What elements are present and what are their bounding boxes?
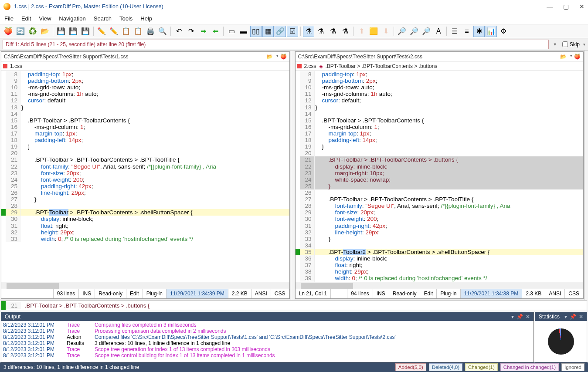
edit-left-icon[interactable]: ✏️ [96, 26, 107, 37]
sync-icon[interactable]: 🔗 [275, 26, 286, 37]
stats-icon[interactable]: 📊 [486, 26, 497, 37]
save-left-icon[interactable]: 💾 [68, 26, 79, 37]
close-panel-icon[interactable]: ✕ [526, 314, 530, 320]
find-prev-icon[interactable]: 🔎 [421, 26, 432, 37]
bookmark-icon[interactable]: 🟨 [368, 26, 379, 37]
right-hscroll[interactable] [296, 282, 584, 289]
code-row[interactable]: 28 [1, 203, 289, 209]
preview-icon[interactable]: 🔍 [157, 26, 168, 37]
code-row[interactable]: 18 padding-left: 14px; [1, 137, 289, 143]
left-minimap[interactable] [291, 51, 294, 300]
menu-search[interactable]: Search [94, 15, 112, 22]
code-row[interactable]: 12 cursor: default; [296, 97, 584, 104]
reload-icon[interactable]: ♻️ [27, 26, 38, 37]
undo-icon[interactable]: ↶ [173, 26, 184, 37]
up-icon[interactable]: ⬆ [356, 26, 367, 37]
skip-check-input[interactable] [562, 41, 568, 47]
tag-added[interactable]: Added(5,0) [395, 363, 426, 371]
close-panel-icon[interactable]: ✕ [579, 314, 583, 320]
code-row[interactable]: 31 padding-right: 42px; [296, 223, 584, 229]
tag-changed[interactable]: Changed(1) [465, 363, 498, 371]
code-row[interactable]: 11 -ms-grid-columns: 1fr auto; [296, 91, 584, 97]
code-row[interactable]: 21 .BPT-Toolbar > .BPT-ToolbarContents >… [1, 156, 289, 163]
code-row[interactable]: 13} [296, 104, 584, 111]
code-row[interactable]: 14 [1, 111, 289, 117]
settings-icon[interactable]: ⚙ [498, 26, 509, 37]
code-row[interactable]: 35 .BPT-Toolbar2 > .BPT-ToolbarContents … [296, 249, 584, 255]
code-row[interactable]: 31 float: right; [1, 223, 289, 229]
code-row[interactable]: 21 .BPT-Toolbar > .BPT-ToolbarContents >… [296, 156, 584, 163]
copy-right-icon[interactable]: 📋 [133, 26, 144, 37]
code-row[interactable]: 26 [296, 189, 584, 196]
code-row[interactable]: 32 height: 29px; [1, 229, 289, 236]
compare-icon[interactable]: 🍑 [280, 54, 287, 60]
list-icon[interactable]: ☰ [449, 26, 460, 37]
single-icon[interactable]: ▭ [226, 26, 237, 37]
diff-dropdown-icon[interactable]: ▼ [553, 42, 557, 47]
minimize-icon[interactable]: — [547, 3, 553, 10]
filter2-icon[interactable]: ⚗ [315, 26, 326, 37]
code-row[interactable]: 33 } [296, 236, 584, 242]
code-row[interactable]: 9 padding-bottom: 2px; [1, 78, 289, 84]
menu-file[interactable]: File [4, 15, 14, 22]
grid-icon[interactable]: ▦ [262, 26, 274, 37]
dropdown-icon[interactable]: ▾ [511, 314, 514, 320]
code-row[interactable]: 23 margin-right: 10px; [296, 170, 584, 176]
code-row[interactable]: 12 cursor: default; [1, 97, 289, 104]
code-row[interactable]: 32 line-height: 29px; [296, 229, 584, 236]
code-row[interactable]: 19 } [1, 143, 289, 150]
left-hscroll[interactable] [1, 282, 289, 289]
wrap-icon[interactable]: ☑ [287, 26, 298, 37]
tag-changed-in[interactable]: Changed in changed(1) [500, 363, 559, 371]
code-row[interactable]: 9 padding-bottom: 2px; [296, 78, 584, 84]
breadcrumb[interactable]: .BPT-Toolbar > .BPT-ToolbarContents > .b… [326, 63, 438, 69]
left-tab[interactable]: 1.css [10, 63, 22, 69]
dropdown-icon[interactable]: ▾ [564, 314, 567, 320]
code-row[interactable]: 37 float: right; [296, 262, 584, 268]
split-v-icon[interactable]: ▯▯ [250, 26, 262, 37]
code-row[interactable]: 26 line-height: 29px; [1, 189, 289, 196]
code-row[interactable]: 22 font-family: "Segoe UI", Arial, sans-… [1, 163, 289, 170]
find-icon[interactable]: 🔎 [396, 26, 408, 37]
menu-help[interactable]: Help [140, 15, 152, 22]
right-tab[interactable]: 2.css [304, 63, 316, 69]
code-row[interactable]: 27 .BPT-Toolbar > .BPT-ToolbarContents >… [296, 196, 584, 203]
compare-icon[interactable]: 🍑 [3, 26, 14, 37]
save-right-icon[interactable]: 💾 [80, 26, 91, 37]
code-row[interactable]: 38 height: 29px; [296, 268, 584, 275]
code-row[interactable]: 29 .BPT-Toolbar > .BPT-ToolbarContents >… [1, 209, 289, 216]
code-row[interactable]: 13} [1, 104, 289, 111]
code-row[interactable]: 8 padding-top: 1px; [296, 71, 584, 78]
down-icon[interactable]: ⬇ [380, 26, 391, 37]
menu-view[interactable]: View [39, 15, 51, 22]
plugin-icon[interactable]: ✱ [473, 26, 485, 37]
tag-deleted[interactable]: Deleted(4,0) [429, 363, 462, 371]
tag-ignored[interactable]: Ignored [561, 363, 585, 371]
filter4-icon[interactable]: ⚗ [340, 26, 351, 37]
prev-icon[interactable]: ⬅ [210, 26, 221, 37]
lines-icon[interactable]: ≡ [461, 26, 472, 37]
maximize-icon[interactable]: ▢ [563, 3, 569, 10]
skip-checkbox[interactable]: Skip ▾ [562, 41, 585, 47]
menu-edit[interactable]: Edit [21, 15, 31, 22]
code-row[interactable]: 11 -ms-grid-columns: 1fr auto; [1, 91, 289, 97]
left-code[interactable]: 8 padding-top: 1px;9 padding-bottom: 2px… [1, 71, 289, 282]
code-row[interactable]: 14 [296, 111, 584, 117]
filter3-icon[interactable]: ⚗ [327, 26, 339, 37]
right-minimap[interactable] [585, 51, 588, 300]
code-row[interactable]: 30 display: inline-block; [1, 216, 289, 222]
code-row[interactable]: 39 width: 0; /* 0 is replaced during 'ho… [296, 275, 584, 281]
code-row[interactable]: 25 padding-right: 42px; [1, 183, 289, 189]
code-row[interactable]: 15 .BPT-Toolbar > .BPT-ToolbarContents { [296, 117, 584, 124]
font-icon[interactable]: A [433, 26, 444, 37]
code-row[interactable]: 29 font-size: 20px; [296, 209, 584, 216]
code-row[interactable]: 36 display: inline-block; [296, 255, 584, 262]
code-row[interactable]: 34 [296, 242, 584, 249]
save-icon[interactable]: 💾 [55, 26, 67, 37]
edit-right-icon[interactable]: ✏️ [108, 26, 119, 37]
code-row[interactable]: 10 -ms-grid-rows: auto; [296, 84, 584, 91]
code-row[interactable]: 28 font-family: "Segoe UI", Arial, sans-… [296, 203, 584, 209]
code-row[interactable]: 20 [1, 150, 289, 156]
code-row[interactable]: 10 -ms-grid-rows: auto; [1, 84, 289, 91]
code-row[interactable]: 33 width: 0; /* 0 is replaced during 'ho… [1, 236, 289, 242]
